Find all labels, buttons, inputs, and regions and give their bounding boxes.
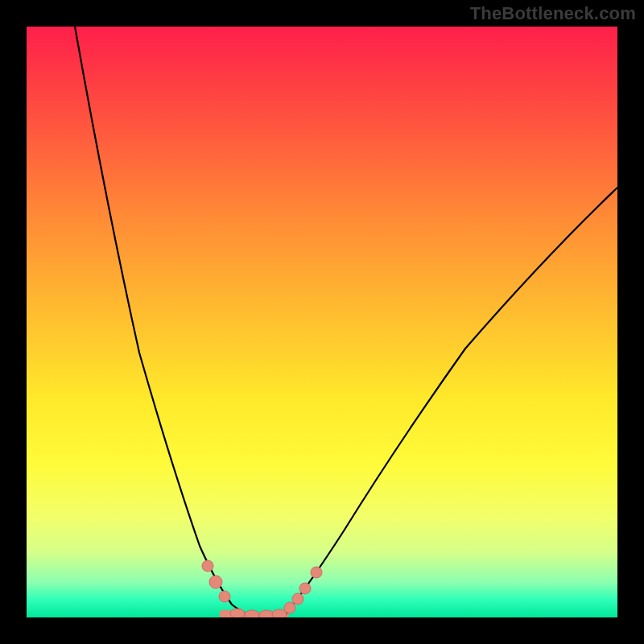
curve-layer: [27, 27, 617, 617]
plot-area: [27, 27, 617, 617]
flat-marker-1: [230, 609, 245, 617]
marker-left-3: [219, 591, 230, 602]
left-curve: [75, 27, 252, 616]
marker-right-3: [299, 583, 311, 594]
marker-right-4: [311, 567, 322, 578]
marker-left-1: [202, 560, 213, 572]
chart-frame: TheBottleneck.com: [0, 0, 644, 644]
flat-marker-2: [245, 610, 259, 617]
marker-right-2: [292, 593, 303, 605]
flat-marker-3: [259, 610, 274, 617]
marker-right-1: [284, 602, 295, 613]
right-curve: [284, 188, 617, 616]
marker-left-2: [209, 576, 222, 588]
flat-marker-4: [272, 609, 287, 617]
watermark-text: TheBottleneck.com: [470, 3, 636, 24]
